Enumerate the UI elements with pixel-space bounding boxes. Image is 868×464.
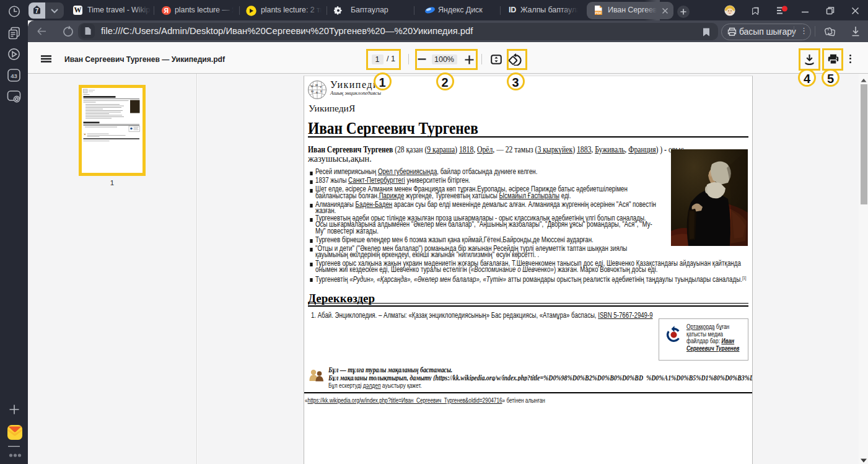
svg-text:PDF: PDF (595, 11, 602, 15)
svg-text:И: И (315, 84, 318, 87)
svg-text:W: W (310, 85, 313, 88)
svg-text:7: 7 (35, 7, 39, 14)
svg-text:Ω: Ω (311, 90, 313, 93)
svg-text:43: 43 (11, 72, 17, 79)
